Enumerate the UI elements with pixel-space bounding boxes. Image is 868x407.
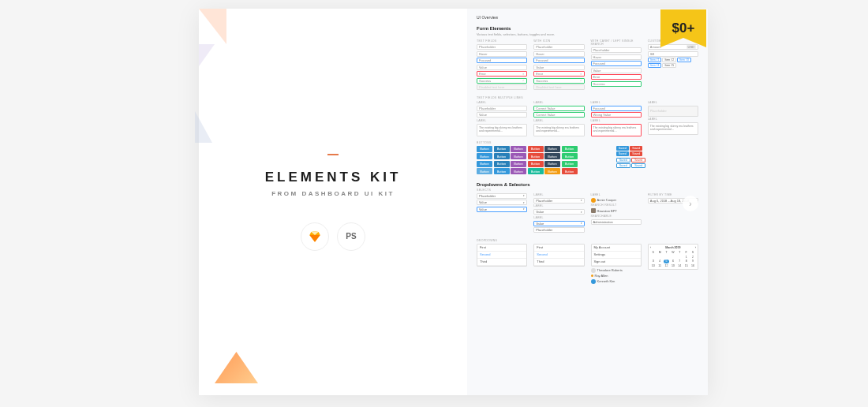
dropdown-item[interactable]: First [477,245,526,252]
select[interactable]: Value▾ [533,221,584,226]
calendar-day[interactable]: 8 [683,260,690,263]
text-input-error[interactable]: Error✕ [477,71,527,77]
text-input[interactable]: Wrong Value [591,112,642,118]
text-input-error[interactable]: Error [591,74,642,80]
button[interactable]: Button [544,146,560,152]
checkbox-item[interactable]: Item #2 [662,58,676,62]
amount-input[interactable]: AmountUSD [648,44,698,50]
calendar-day[interactable]: 1 [683,255,690,259]
calendar-day[interactable]: 12 [664,263,670,267]
calendar-day[interactable]: 14 [676,263,683,267]
dropdown-item[interactable]: Second [534,252,583,259]
textarea[interactable]: The existing big skinny era leathers and… [477,124,527,136]
person-item[interactable]: Kenneth Kim [591,279,642,284]
text-input-success[interactable]: Success✓ [533,78,584,84]
person-item[interactable]: Theodore Roberts [591,268,642,273]
button[interactable]: Saved [630,146,642,151]
textarea-error[interactable]: The existing big skinny era leathers and… [591,124,642,136]
button[interactable]: Button [544,153,560,159]
calendar-day[interactable]: 6 [670,260,676,263]
text-input[interactable]: Value [477,112,527,118]
button-outline[interactable]: Saved [631,158,645,162]
text-input[interactable]: Focused [591,106,642,111]
person-item[interactable]: Ray Allen [591,274,642,278]
calendar[interactable]: ‹March 2019› SMTWTFS 12 3456789 10111213… [648,244,698,271]
text-input[interactable]: Focused [533,58,584,63]
dropdown-item[interactable]: Third [534,259,583,266]
calendar-day[interactable]: 2 [690,255,696,259]
calendar-day[interactable]: 4 [657,260,663,263]
button[interactable]: Saved [630,151,642,156]
user-select[interactable]: Annie Cooper [591,198,642,203]
checkbox-item[interactable]: Item #3 [677,58,691,62]
button-outline[interactable]: Saved [616,163,630,168]
checkbox-item[interactable]: Item #1 [648,58,662,62]
text-input[interactable]: Focused [477,58,527,63]
calendar-day[interactable]: 11 [657,263,663,267]
chevron-right-icon[interactable]: › [695,246,696,249]
text-input[interactable]: Placeholder [591,47,642,53]
select[interactable]: Value▾ [477,207,527,212]
search-result-item[interactable]: Hawaiian BPT [591,208,642,213]
text-input[interactable]: Correct Value [533,112,584,118]
select[interactable]: Placeholder▾ [533,198,584,204]
text-input[interactable]: Placeholder [477,106,527,111]
text-input[interactable]: Value [591,68,642,73]
text-input[interactable]: Correct Value [533,106,584,111]
button[interactable]: Saved [616,151,629,156]
button[interactable]: Button [511,161,526,167]
button[interactable]: Button [477,161,492,167]
select[interactable]: Placeholder▾ [477,193,527,199]
button[interactable]: Button [511,146,526,152]
button[interactable]: Button [562,146,578,152]
button[interactable]: Button [477,153,492,159]
button-outline[interactable]: Saved [616,158,630,162]
calendar-day[interactable]: 9 [690,260,696,263]
button[interactable]: Button [511,153,526,159]
checkbox-item[interactable]: Item #5 [662,63,676,68]
text-input[interactable]: Value [533,65,584,70]
select[interactable]: Value▾ [477,200,527,205]
id-input[interactable]: I68 [648,51,698,57]
calendar-day[interactable]: 7 [676,260,683,263]
dropdown-item[interactable]: Third [477,259,526,266]
dropdown-item[interactable]: First [534,245,583,252]
button[interactable]: Button [562,153,578,159]
button[interactable]: Button [544,161,560,167]
calendar-day-today[interactable]: 5 [664,260,670,263]
search-select[interactable]: Administration [591,219,642,225]
text-input-error[interactable]: Error✕ [533,71,584,77]
button[interactable]: Saved [616,146,629,151]
text-input[interactable]: Hover [533,51,584,57]
button[interactable]: Button [528,168,544,174]
calendar-day[interactable]: 10 [650,263,657,267]
text-input-success[interactable]: Success [591,81,642,87]
button[interactable]: Button [477,146,492,152]
button[interactable]: Button [528,161,544,167]
calendar-day[interactable]: 16 [690,263,696,267]
button[interactable]: Button [544,168,560,174]
calendar-day[interactable]: 13 [670,263,676,267]
checkbox-item[interactable]: Item #4 [648,63,662,68]
dropdown-item[interactable]: Sign out [592,259,641,266]
button[interactable]: Button [494,146,510,152]
button[interactable]: Button [562,161,578,167]
text-input[interactable]: Value [477,65,527,70]
dropdown-item[interactable]: My Account [592,245,641,252]
text-input-success[interactable]: Success✓ [477,78,527,84]
text-input[interactable]: Focused [591,61,642,66]
textarea[interactable]: The existing big skinny era leathers and… [533,124,584,136]
text-input[interactable]: Placeholder [533,44,584,50]
carousel-next-button[interactable]: › [683,196,698,211]
select[interactable]: Value▾ [533,209,584,215]
dropdown-item[interactable]: Settings [592,252,641,259]
button[interactable]: Button [562,168,578,174]
chevron-left-icon[interactable]: ‹ [650,246,651,249]
dropdown-item[interactable]: Second [477,252,526,259]
button[interactable]: Button [494,153,510,159]
button[interactable]: Button [528,146,544,152]
text-input[interactable]: Placeholder [477,44,527,50]
calendar-day[interactable]: 3 [650,260,657,263]
calendar-day[interactable]: 15 [683,263,690,267]
textarea[interactable]: The existing big skinny era leathers and… [648,122,698,135]
